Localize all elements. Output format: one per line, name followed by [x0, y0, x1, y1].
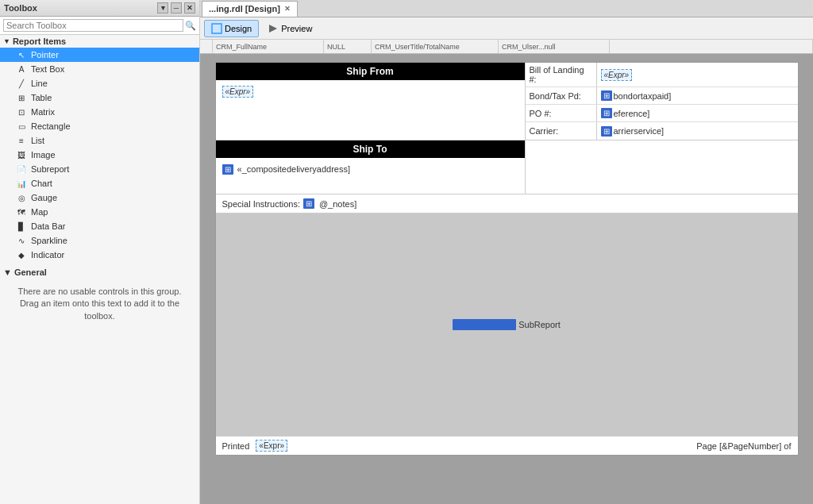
subreport-label: SubReport — [518, 320, 561, 329]
toolbox-item-indicator[interactable]: ◆ Indicator — [0, 248, 199, 262]
bill-of-lading-value: «Expr» — [597, 63, 798, 87]
ship-to-right-empty — [526, 140, 798, 194]
ship-from-content: «Expr» — [216, 80, 525, 116]
bond-tax-expr: bondortaxpaid] — [614, 91, 672, 101]
bill-of-lading-expr: «Expr» — [601, 69, 633, 81]
image-icon: 🖼 — [16, 149, 27, 160]
toolbox-item-pointer[interactable]: ↖ Pointer — [0, 48, 199, 62]
design-tab[interactable]: ...ing.rdl [Design] ✕ — [202, 1, 298, 17]
toolbox-item-chart[interactable]: 📊 Chart — [0, 176, 199, 190]
toolbox-item-label: Sparkline — [31, 236, 67, 245]
bond-tax-value: ⊞ bondortaxpaid] — [597, 87, 798, 104]
general-collapse-icon: ▼ — [3, 267, 12, 277]
ship-from-expr: «Expr» — [222, 86, 254, 98]
special-instructions-value: @_notes] — [319, 199, 356, 209]
toolbox-item-label: Rectangle — [31, 121, 71, 131]
col-header-extra — [610, 40, 813, 53]
footer-right: Page [&PageNumber] of — [696, 440, 791, 452]
bill-of-lading-label: Bill of Landing #: — [526, 63, 597, 87]
carrier-prefix: ⊞ — [601, 126, 612, 137]
col-header-spacer — [200, 40, 213, 53]
toolbox-item-image[interactable]: 🖼 Image — [0, 148, 199, 162]
carrier-expr: arrierservice] — [614, 126, 665, 136]
canvas-scroll[interactable]: Ship From «Expr» Bill of Landing #: «Exp… — [200, 54, 813, 504]
ship-from-section: Ship From «Expr» Bill of Landing #: «Exp… — [216, 63, 798, 140]
indicator-icon: ◆ — [16, 249, 27, 260]
footer-expr: «Expr» — [256, 440, 287, 452]
design-button[interactable]: Design — [204, 20, 259, 37]
canvas-inner: Ship From «Expr» Bill of Landing #: «Exp… — [200, 54, 813, 464]
toolbox-search-bar[interactable]: 🔍 — [0, 17, 199, 35]
tab-label: ...ing.rdl [Design] — [209, 4, 280, 13]
toolbar: Design Preview — [200, 17, 813, 40]
toolbox-item-label: Indicator — [31, 250, 64, 260]
footer-left: Printed «Expr» — [222, 440, 288, 452]
ship-to-left: Ship To ⊞ «_compositedeliveryaddress] — [216, 140, 526, 194]
report-footer: Printed «Expr» Page [&PageNumber] of — [216, 436, 798, 455]
report-items-section-header[interactable]: ▼ Report Items — [0, 35, 199, 48]
preview-button[interactable]: Preview — [260, 20, 319, 37]
toolbox-item-map[interactable]: 🗺 Map — [0, 205, 199, 219]
special-instructions-prefix: ⊞ — [303, 198, 314, 209]
toolbox-item-table[interactable]: ⊞ Table — [0, 90, 199, 105]
search-icon: 🔍 — [185, 21, 196, 31]
col-header-2: CRM_UserTitle/TotalName — [372, 40, 499, 53]
toolbox-search-input[interactable] — [3, 19, 183, 32]
line-icon: ╱ — [16, 78, 27, 89]
svg-rect-0 — [212, 24, 222, 33]
ship-to-expr: «_compositedeliveryaddress] — [237, 164, 350, 174]
tab-close-icon[interactable]: ✕ — [284, 5, 291, 13]
toolbox-item-subreport[interactable]: 📄 Subreport — [0, 162, 199, 176]
toolbox-item-label: List — [31, 136, 44, 145]
po-row: PO #: ⊞ eference] — [526, 105, 798, 122]
toolbox-title-icons: ▾ ─ ✕ — [157, 2, 195, 13]
toolbox-item-sparkline[interactable]: ∿ Sparkline — [0, 233, 199, 248]
toolbox-close-icon[interactable]: ✕ — [184, 2, 195, 13]
special-instructions-row: Special Instructions: ⊞ @_notes] — [216, 194, 798, 214]
databar-icon: ▊ — [16, 221, 27, 232]
toolbox-item-label: Data Bar — [31, 221, 65, 231]
sparkline-icon: ∿ — [16, 235, 27, 246]
ship-to-prefix: ⊞ — [222, 164, 233, 175]
toolbox-item-list[interactable]: ≡ List — [0, 133, 199, 148]
design-icon — [211, 23, 222, 34]
ship-to-content: ⊞ «_compositedeliveryaddress] — [216, 158, 525, 194]
carrier-label: Carrier: — [526, 122, 597, 140]
ship-right-grid: Bill of Landing #: «Expr» Bond/Tax Pd: ⊞… — [526, 63, 798, 140]
toolbox-item-rectangle[interactable]: ▭ Rectangle — [0, 119, 199, 133]
toolbox-item-label: Chart — [31, 179, 52, 188]
toolbox-item-textbox[interactable]: A Text Box — [0, 62, 199, 76]
col-header-1: NULL — [324, 40, 372, 53]
toolbox-panel: Toolbox ▾ ─ ✕ 🔍 ▼ Report Items ↖ Pointer… — [0, 0, 200, 504]
toolbox-item-matrix[interactable]: ⊡ Matrix — [0, 105, 199, 119]
general-section-message: There are no usable controls in this gro… — [0, 279, 199, 329]
toolbox-item-line[interactable]: ╱ Line — [0, 76, 199, 90]
po-value: ⊞ eference] — [597, 105, 798, 121]
rectangle-icon: ▭ — [16, 121, 27, 132]
toolbox-item-label: Text Box — [31, 64, 64, 74]
ship-to-section: Ship To ⊞ «_compositedeliveryaddress] — [216, 140, 798, 194]
toolbox-item-gauge[interactable]: ◎ Gauge — [0, 190, 199, 205]
list-icon: ≡ — [16, 135, 27, 146]
svg-marker-3 — [269, 25, 277, 33]
svg-rect-1 — [214, 25, 220, 28]
po-prefix: ⊞ — [601, 108, 612, 118]
po-label: PO #: — [526, 105, 597, 121]
subreport-icon: 📄 — [16, 164, 27, 175]
section-collapse-icon: ▼ — [3, 37, 10, 45]
general-section-header[interactable]: ▼ General — [0, 265, 199, 279]
matrix-icon: ⊡ — [16, 106, 27, 117]
toolbox-item-label: Gauge — [31, 193, 57, 202]
ship-to-title: Ship To — [216, 140, 525, 158]
toolbox-item-databar[interactable]: ▊ Data Bar — [0, 219, 199, 233]
preview-label: Preview — [281, 24, 312, 33]
toolbox-item-label: Subreport — [31, 164, 69, 174]
subreport-indicator: SubReport — [453, 319, 561, 330]
bond-tax-label: Bond/Tax Pd: — [526, 87, 597, 104]
column-headers: CRM_FullName NULL CRM_UserTitle/TotalNam… — [200, 40, 813, 54]
gauge-icon: ◎ — [16, 192, 27, 203]
footer-printed-label: Printed — [222, 441, 250, 451]
toolbox-minimize-icon[interactable]: ─ — [171, 2, 182, 13]
toolbox-item-label: Map — [31, 207, 48, 217]
toolbox-pin-icon[interactable]: ▾ — [157, 2, 168, 13]
